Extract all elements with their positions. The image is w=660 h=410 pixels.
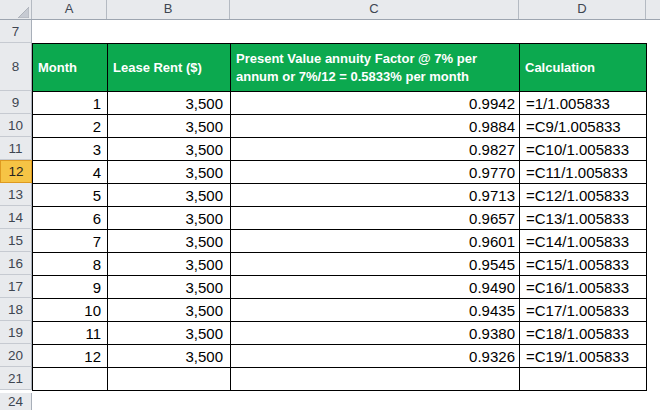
row-header-13[interactable]: 13	[0, 183, 32, 206]
cell-calculation[interactable]: =C16/1.005833	[520, 276, 647, 299]
table-row-empty	[33, 368, 647, 391]
cell-pv-factor[interactable]: 0.9884	[231, 115, 520, 138]
column-header-c[interactable]: C	[230, 0, 519, 19]
row-header-24[interactable]: 24	[0, 393, 32, 410]
row-header-18[interactable]: 18	[0, 298, 32, 321]
cell-pv-factor[interactable]: 0.9770	[231, 161, 520, 184]
column-header-strip: A B C D	[0, 0, 660, 20]
table-header-row: Month Lease Rent ($) Present Value annui…	[33, 44, 647, 92]
cell-calculation[interactable]: =C9/1.005833	[520, 115, 647, 138]
select-all-triangle-icon	[18, 7, 29, 18]
cell-calculation[interactable]: =C12/1.005833	[520, 184, 647, 207]
cell-a21[interactable]	[33, 368, 108, 391]
cell-pv-factor[interactable]: 0.9942	[231, 92, 520, 115]
row-header-21[interactable]: 21	[0, 367, 32, 390]
cell-pv-factor[interactable]: 0.9326	[231, 345, 520, 368]
row-header-11[interactable]: 11	[0, 137, 32, 160]
row-header-14[interactable]: 14	[0, 206, 32, 229]
row-header-9[interactable]: 9	[0, 91, 32, 114]
cell-lease-rent[interactable]: 3,500	[108, 276, 231, 299]
cell-lease-rent[interactable]: 3,500	[108, 161, 231, 184]
cell-lease-rent[interactable]: 3,500	[108, 207, 231, 230]
column-header-b[interactable]: B	[107, 0, 230, 19]
row-header-8[interactable]: 8	[0, 43, 32, 91]
cell-calculation[interactable]: =C10/1.005833	[520, 138, 647, 161]
cell-pv-factor[interactable]: 0.9601	[231, 230, 520, 253]
cell-lease-rent[interactable]: 3,500	[108, 299, 231, 322]
table-row: 6 3,500 0.9657 =C13/1.005833	[33, 207, 647, 230]
row-header-7[interactable]: 7	[0, 20, 32, 43]
header-cell-lease-rent[interactable]: Lease Rent ($)	[108, 44, 231, 92]
cell-lease-rent[interactable]: 3,500	[108, 115, 231, 138]
table-row: 11 3,500 0.9380 =C18/1.005833	[33, 322, 647, 345]
cell-pv-factor[interactable]: 0.9545	[231, 253, 520, 276]
header-cell-month[interactable]: Month	[33, 44, 108, 92]
spreadsheet: A B C D 7 8 9 10 11 12 13 14 15 16 17 18…	[0, 0, 660, 410]
row-header-15[interactable]: 15	[0, 229, 32, 252]
lease-table: Month Lease Rent ($) Present Value annui…	[32, 43, 647, 391]
cell-calculation[interactable]: =C14/1.005833	[520, 230, 647, 253]
cell-pv-factor[interactable]: 0.9657	[231, 207, 520, 230]
table-row: 2 3,500 0.9884 =C9/1.005833	[33, 115, 647, 138]
cell-calculation[interactable]: =C17/1.005833	[520, 299, 647, 322]
cell-lease-rent[interactable]: 3,500	[108, 322, 231, 345]
cell-month[interactable]: 6	[33, 207, 108, 230]
cell-month[interactable]: 3	[33, 138, 108, 161]
cell-lease-rent[interactable]: 3,500	[108, 230, 231, 253]
cell-lease-rent[interactable]: 3,500	[108, 253, 231, 276]
cell-month[interactable]: 11	[33, 322, 108, 345]
cell-lease-rent[interactable]: 3,500	[108, 92, 231, 115]
row-header-12-selected[interactable]: 12	[0, 160, 32, 183]
cell-calculation[interactable]: =C11/1.005833	[520, 161, 647, 184]
cell-pv-factor[interactable]: 0.9435	[231, 299, 520, 322]
cell-month[interactable]: 4	[33, 161, 108, 184]
cell-month[interactable]: 12	[33, 345, 108, 368]
table-row: 12 3,500 0.9326 =C19/1.005833	[33, 345, 647, 368]
cell-calculation[interactable]: =C18/1.005833	[520, 322, 647, 345]
cell-month[interactable]: 8	[33, 253, 108, 276]
cell-calculation[interactable]: =C15/1.005833	[520, 253, 647, 276]
column-header-a[interactable]: A	[32, 0, 107, 19]
row-header-strip: 7 8 9 10 11 12 13 14 15 16 17 18 19 20 2…	[0, 20, 32, 410]
cell-month[interactable]: 1	[33, 92, 108, 115]
table-row: 1 3,500 0.9942 =1/1.005833	[33, 92, 647, 115]
row-header-19[interactable]: 19	[0, 321, 32, 344]
header-cell-calculation[interactable]: Calculation	[520, 44, 647, 92]
cell-pv-factor[interactable]: 0.9827	[231, 138, 520, 161]
cell-pv-factor[interactable]: 0.9490	[231, 276, 520, 299]
row-header-10[interactable]: 10	[0, 114, 32, 137]
table-row: 8 3,500 0.9545 =C15/1.005833	[33, 253, 647, 276]
cell-pv-factor[interactable]: 0.9380	[231, 322, 520, 345]
cell-lease-rent[interactable]: 3,500	[108, 138, 231, 161]
table-row: 10 3,500 0.9435 =C17/1.005833	[33, 299, 647, 322]
row-header-17[interactable]: 17	[0, 275, 32, 298]
cell-month[interactable]: 2	[33, 115, 108, 138]
column-header-d[interactable]: D	[519, 0, 646, 19]
cell-calculation[interactable]: =C19/1.005833	[520, 345, 647, 368]
cell-lease-rent[interactable]: 3,500	[108, 345, 231, 368]
select-all-button[interactable]	[0, 0, 32, 19]
cell-month[interactable]: 10	[33, 299, 108, 322]
row-header-20[interactable]: 20	[0, 344, 32, 367]
cell-c21[interactable]	[231, 368, 520, 391]
cell-b21[interactable]	[108, 368, 231, 391]
cell-month[interactable]: 9	[33, 276, 108, 299]
cell-calculation[interactable]: =C13/1.005833	[520, 207, 647, 230]
table-row: 3 3,500 0.9827 =C10/1.005833	[33, 138, 647, 161]
cell-month[interactable]: 7	[33, 230, 108, 253]
cell-pv-factor[interactable]: 0.9713	[231, 184, 520, 207]
header-cell-pv-factor[interactable]: Present Value annuity Factor @ 7% per an…	[231, 44, 520, 92]
table-row: 9 3,500 0.9490 =C16/1.005833	[33, 276, 647, 299]
table-row: 4 3,500 0.9770 =C11/1.005833	[33, 161, 647, 184]
cell-lease-rent[interactable]: 3,500	[108, 184, 231, 207]
cell-month[interactable]: 5	[33, 184, 108, 207]
table-row: 7 3,500 0.9601 =C14/1.005833	[33, 230, 647, 253]
cell-d21[interactable]	[520, 368, 647, 391]
cell-calculation[interactable]: =1/1.005833	[520, 92, 647, 115]
column-header-e-sliver[interactable]	[646, 0, 660, 19]
row-header-16[interactable]: 16	[0, 252, 32, 275]
table-row: 5 3,500 0.9713 =C12/1.005833	[33, 184, 647, 207]
